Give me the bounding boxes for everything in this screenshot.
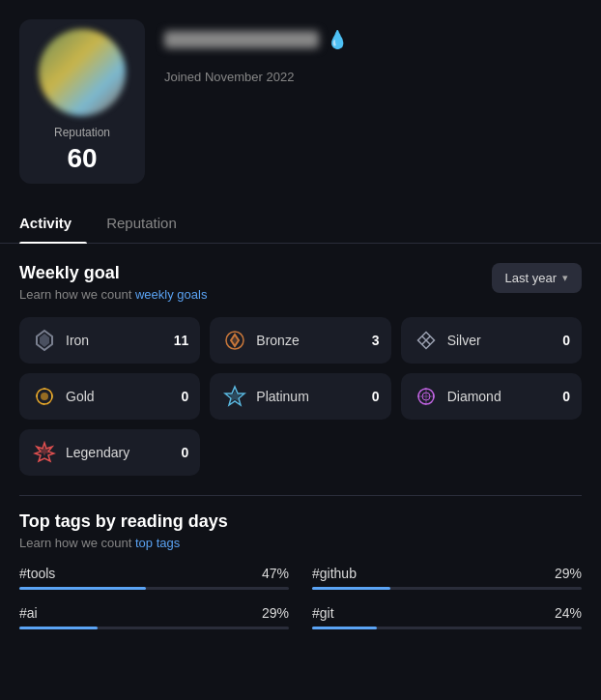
- tag-bar-bg: [312, 627, 582, 629]
- section-title-group: Weekly goal Learn how we count weekly go…: [19, 263, 207, 302]
- tag-item-github: #github 29%: [312, 566, 582, 590]
- badge-diamond: Diamond 0: [401, 373, 582, 420]
- silver-badge-count: 0: [562, 333, 570, 348]
- tag-row: #github 29%: [312, 566, 582, 581]
- badge-iron: Iron 11: [19, 317, 200, 364]
- tag-bar-bg: [19, 627, 289, 629]
- legendary-badge-count: 0: [182, 445, 189, 460]
- tag-name: #tools: [19, 566, 55, 581]
- bronze-icon: [221, 327, 248, 354]
- top-tags-subtitle: Learn how we count top tags: [19, 536, 582, 550]
- tag-name: #git: [312, 605, 334, 621]
- iron-badge-count: 11: [174, 333, 189, 348]
- tag-name: #github: [312, 566, 357, 581]
- tag-bar-fill: [19, 627, 98, 629]
- profile-section: Reputation 60 💧 Joined November 2022: [0, 0, 601, 193]
- badge-silver: Silver 0: [401, 317, 582, 364]
- top-tags-title: Top tags by reading days: [19, 511, 582, 532]
- tag-item-git: #git 24%: [312, 605, 582, 629]
- tag-name: #ai: [19, 605, 38, 621]
- tag-pct: 24%: [555, 605, 582, 621]
- iron-icon: [31, 327, 58, 354]
- silver-icon: [413, 327, 440, 354]
- tag-bar-bg: [312, 587, 582, 590]
- svg-point-6: [41, 393, 48, 400]
- diamond-icon: [413, 383, 440, 410]
- badge-grid: Iron 11 Bronze 3: [19, 317, 582, 476]
- diamond-badge-label: Diamond: [447, 389, 556, 404]
- legendary-icon: [31, 439, 58, 466]
- weekly-goals-link[interactable]: weekly goals: [135, 287, 207, 302]
- chevron-down-icon: ▾: [562, 272, 568, 284]
- joined-text: Joined November 2022: [164, 70, 582, 84]
- iron-badge-label: Iron: [66, 333, 166, 348]
- diamond-badge-count: 0: [562, 389, 570, 404]
- bronze-badge-label: Bronze: [256, 333, 364, 348]
- tab-activity[interactable]: Activity: [19, 203, 87, 243]
- platinum-badge-count: 0: [372, 389, 380, 404]
- tab-reputation[interactable]: Reputation: [106, 203, 192, 243]
- legendary-badge-label: Legendary: [66, 445, 174, 460]
- avatar: [39, 29, 126, 116]
- reputation-label: Reputation: [54, 126, 110, 139]
- gold-badge-label: Gold: [66, 389, 174, 404]
- weekly-goal-title: Weekly goal: [19, 263, 207, 283]
- drop-icon: 💧: [327, 29, 348, 50]
- badge-platinum: Platinum 0: [210, 373, 390, 420]
- profile-info: 💧 Joined November 2022: [164, 19, 582, 84]
- svg-marker-1: [40, 334, 49, 347]
- tag-row: #ai 29%: [19, 605, 289, 621]
- profile-name-text: [164, 31, 319, 48]
- tag-item-tools: #tools 47%: [19, 566, 289, 590]
- tag-bar-fill: [312, 587, 390, 590]
- filter-label: Last year: [505, 271, 557, 285]
- reputation-value: 60: [67, 143, 97, 174]
- gold-badge-count: 0: [182, 389, 189, 404]
- filter-button[interactable]: Last year ▾: [492, 263, 582, 293]
- tag-bar-fill: [312, 627, 377, 629]
- weekly-goal-section: Weekly goal Learn how we count weekly go…: [0, 244, 601, 495]
- badge-legendary: Legendary 0: [19, 429, 200, 476]
- platinum-icon: [221, 383, 248, 410]
- tag-row: #tools 47%: [19, 566, 289, 581]
- tag-pct: 29%: [555, 566, 582, 581]
- tabs-bar: Activity Reputation: [0, 203, 601, 244]
- section-header: Weekly goal Learn how we count weekly go…: [19, 263, 582, 302]
- bronze-badge-count: 3: [372, 333, 380, 348]
- badge-bronze: Bronze 3: [210, 317, 390, 364]
- tags-grid: #tools 47% #github 29% #ai 29%: [19, 566, 582, 629]
- weekly-goal-subtitle: Learn how we count weekly goals: [19, 287, 207, 302]
- tag-bar-fill: [19, 587, 146, 590]
- tag-pct: 29%: [262, 605, 289, 621]
- badge-gold: Gold 0: [19, 373, 200, 420]
- tag-bar-bg: [19, 587, 289, 590]
- avatar-card: Reputation 60: [19, 19, 145, 184]
- profile-name-row: 💧: [164, 29, 582, 50]
- tag-pct: 47%: [262, 566, 289, 581]
- gold-icon: [31, 383, 58, 410]
- tag-row: #git 24%: [312, 605, 582, 621]
- top-tags-link[interactable]: top tags: [135, 536, 180, 550]
- top-tags-section: Top tags by reading days Learn how we co…: [0, 511, 601, 649]
- silver-badge-label: Silver: [447, 333, 556, 348]
- tag-item-ai: #ai 29%: [19, 605, 289, 629]
- platinum-badge-label: Platinum: [256, 389, 364, 404]
- divider: [19, 495, 582, 496]
